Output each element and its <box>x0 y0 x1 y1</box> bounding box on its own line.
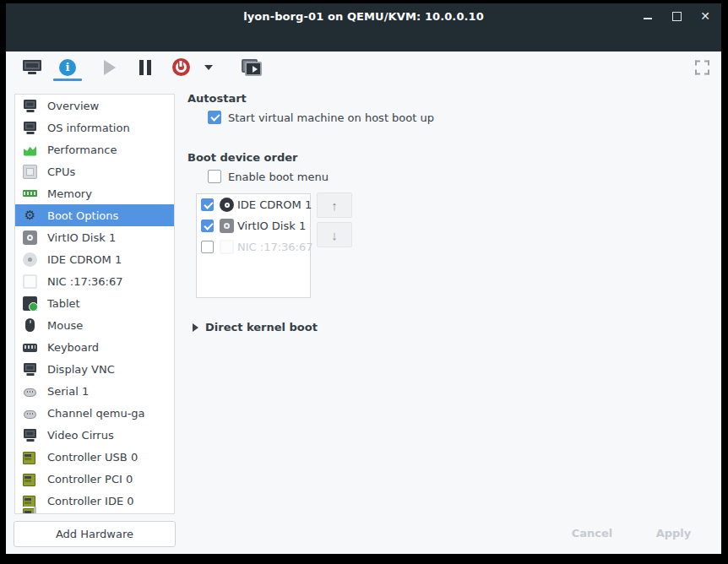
boot-order-heading: Boot device order <box>187 151 298 164</box>
hardware-list-item[interactable]: Memory <box>15 182 174 204</box>
boot-device-label: VirtIO Disk 1 <box>237 220 306 232</box>
boot-device-label: IDE CDROM 1 <box>237 198 312 211</box>
pcicard-icon <box>23 450 37 464</box>
add-hardware-button[interactable]: Add Hardware <box>14 521 176 547</box>
disk-icon <box>23 230 37 245</box>
menu-item[interactable] <box>62 37 79 44</box>
shutdown-menu-button[interactable] <box>198 54 219 81</box>
serial-icon <box>23 384 37 399</box>
hardware-item-label: CPUs <box>47 165 75 178</box>
hardware-item-label: Controller USB 0 <box>47 451 138 464</box>
show-console-button[interactable] <box>14 54 50 81</box>
vm-details-window: lyon-borg-01 on QEMU/KVM: 10.0.0.10 ✕ i <box>6 3 721 554</box>
hardware-list-item[interactable]: Overview <box>15 95 174 117</box>
menubar <box>6 29 721 52</box>
shutdown-button[interactable] <box>163 54 198 81</box>
cpu-icon <box>23 165 37 179</box>
boot-device-list: IDE CDROM 1 VirtIO Disk 1 NIC :17:36:67 <box>196 193 311 298</box>
hardware-list-item[interactable]: Tablet <box>15 292 174 314</box>
keyboard-icon <box>23 340 37 355</box>
hardware-item-label: Video Cirrus <box>47 429 114 442</box>
show-details-button[interactable]: i <box>50 54 85 81</box>
pause-button[interactable] <box>128 54 163 81</box>
boot-device-label: NIC :17:36:67 <box>237 241 313 253</box>
vm-displays-icon <box>242 59 262 76</box>
hardware-list-item[interactable]: Display VNC <box>15 358 174 380</box>
hardware-item-label: OS information <box>47 122 130 134</box>
hardware-list-item[interactable]: Controller PCI 0 <box>15 468 174 490</box>
tablet-icon <box>23 296 37 311</box>
hardware-list-item[interactable]: IDE CDROM 1 <box>15 248 174 270</box>
hardware-item-label: Channel qemu-ga <box>47 407 145 420</box>
titlebar: lyon-borg-01 on QEMU/KVM: 10.0.0.10 ✕ <box>6 3 721 29</box>
shutdown-menu-caret-icon <box>204 65 213 70</box>
minimize-icon[interactable] <box>642 10 654 22</box>
vm-displays-button[interactable] <box>234 54 269 81</box>
hardware-list-item[interactable]: Channel qemu-ga <box>15 402 174 424</box>
boot-device-checkbox[interactable] <box>201 198 214 211</box>
move-down-button[interactable]: ↓ <box>317 222 352 247</box>
monitor-icon <box>23 121 37 135</box>
hardware-list-item[interactable]: Controller USB 0 <box>15 446 174 468</box>
boot-device-row[interactable]: NIC :17:36:67 <box>197 236 310 258</box>
maximize-icon[interactable] <box>671 10 682 22</box>
enable-boot-menu-checkbox[interactable] <box>208 170 221 183</box>
toolbar: i <box>6 52 721 83</box>
video-icon <box>23 428 37 442</box>
hardware-list-item[interactable]: Keyboard <box>15 336 174 358</box>
boot-device-row[interactable]: IDE CDROM 1 <box>197 194 310 215</box>
hardware-item-label: Keyboard <box>47 341 99 354</box>
hardware-list-item[interactable]: Performance <box>15 138 174 160</box>
hardware-item-label: Display VNC <box>47 363 115 376</box>
apply-button[interactable]: Apply <box>642 520 705 545</box>
autostart-checkbox[interactable] <box>208 111 221 124</box>
menu-item[interactable] <box>45 37 62 44</box>
hardware-item-label: NIC :17:36:67 <box>47 275 123 288</box>
close-icon[interactable]: ✕ <box>699 10 711 22</box>
hardware-list-item[interactable]: NIC :17:36:67 <box>15 270 174 292</box>
hardware-item-label: IDE CDROM 1 <box>47 253 122 266</box>
ram-icon <box>23 187 37 201</box>
autostart-heading: Autostart <box>187 92 247 105</box>
hardware-list: Overview OS information Performance CPUs… <box>14 94 175 514</box>
autostart-label: Start virtual machine on host boot up <box>228 111 434 124</box>
hardware-list-item[interactable]: Mouse <box>15 314 174 336</box>
pcicard-icon <box>23 472 37 486</box>
hardware-item-label: Performance <box>47 144 117 156</box>
boot-device-row[interactable]: VirtIO Disk 1 <box>197 215 310 236</box>
menu-item[interactable] <box>11 37 28 44</box>
hardware-list-item[interactable]: OS information <box>15 117 174 138</box>
monitor-icon <box>23 99 37 113</box>
enable-boot-menu-label: Enable boot menu <box>228 171 329 183</box>
enable-boot-menu-row: Enable boot menu <box>208 170 329 183</box>
hardware-list-item[interactable]: CPUs <box>15 160 174 182</box>
hardware-list-item[interactable]: Serial 1 <box>15 380 174 402</box>
cancel-button[interactable]: Cancel <box>562 520 622 545</box>
hardware-item-label: VirtIO Disk 1 <box>47 231 116 244</box>
boot-device-checkbox[interactable] <box>201 220 214 232</box>
menu-item[interactable] <box>28 37 45 44</box>
cdrom-dark-icon <box>220 198 234 212</box>
direct-kernel-boot-expander[interactable]: Direct kernel boot <box>193 321 318 334</box>
expander-triangle-icon <box>193 323 198 332</box>
hardware-list-item[interactable]: ⚙ Boot Options <box>15 204 174 226</box>
pcicard-icon <box>23 494 37 508</box>
hardware-item-label: Serial 1 <box>47 385 89 398</box>
move-up-button[interactable]: ↑ <box>317 193 352 218</box>
hardware-item-label: Boot Options <box>47 209 118 222</box>
boot-device-checkbox[interactable] <box>201 241 214 253</box>
shutdown-power-icon <box>172 58 190 76</box>
run-button[interactable] <box>92 54 128 81</box>
hardware-list-item[interactable]: VirtIO Disk 1 <box>15 226 174 248</box>
direct-kernel-boot-label: Direct kernel boot <box>205 321 318 334</box>
chart-icon <box>23 143 37 157</box>
disk-icon <box>220 219 234 233</box>
hardware-list-item[interactable]: Video Cirrus <box>15 424 174 446</box>
serial-icon <box>23 406 37 420</box>
fullscreen-icon[interactable] <box>695 60 709 74</box>
cdrom-light-icon <box>23 252 37 267</box>
autostart-row: Start virtual machine on host boot up <box>208 111 434 124</box>
pause-icon <box>139 60 151 75</box>
hardware-item-label: Controller PCI 0 <box>47 473 133 485</box>
hardware-item-label: Tablet <box>47 297 80 310</box>
